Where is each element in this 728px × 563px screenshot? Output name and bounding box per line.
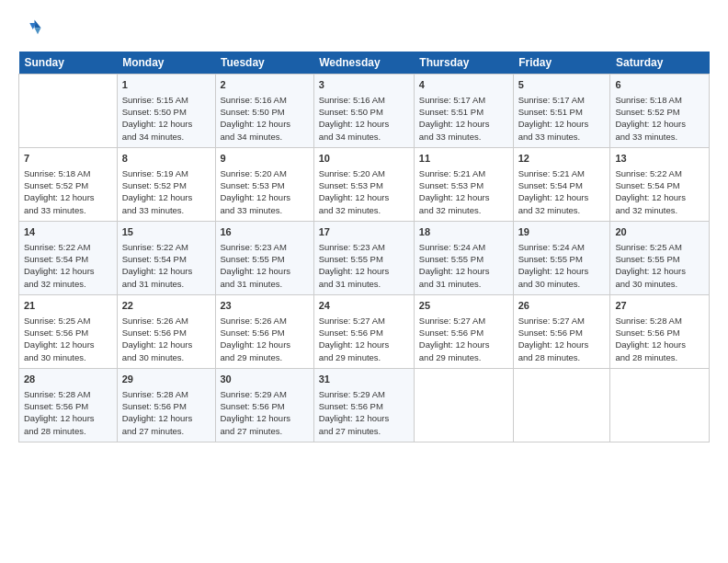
day-info: Sunrise: 5:25 AM Sunset: 5:56 PM Dayligh… (24, 315, 112, 363)
day-info: Sunrise: 5:15 AM Sunset: 5:50 PM Dayligh… (122, 94, 210, 143)
day-info: Sunrise: 5:29 AM Sunset: 5:56 PM Dayligh… (221, 388, 309, 437)
calendar-cell (513, 369, 610, 442)
day-number: 7 (24, 152, 112, 166)
day-info: Sunrise: 5:20 AM Sunset: 5:53 PM Dayligh… (319, 167, 409, 216)
day-number: 26 (518, 299, 606, 313)
day-header-sunday: Sunday (19, 52, 118, 75)
day-info: Sunrise: 5:23 AM Sunset: 5:55 PM Dayligh… (319, 241, 409, 290)
day-info: Sunrise: 5:21 AM Sunset: 5:53 PM Dayligh… (419, 167, 508, 216)
day-number: 6 (615, 78, 704, 92)
day-number: 19 (518, 225, 606, 239)
calendar-cell: 28Sunrise: 5:28 AM Sunset: 5:56 PM Dayli… (19, 369, 118, 442)
calendar-table: SundayMondayTuesdayWednesdayThursdayFrid… (18, 52, 710, 442)
day-info: Sunrise: 5:22 AM Sunset: 5:54 PM Dayligh… (24, 241, 112, 290)
calendar-cell (414, 369, 513, 442)
day-info: Sunrise: 5:24 AM Sunset: 5:55 PM Dayligh… (419, 241, 508, 290)
day-info: Sunrise: 5:24 AM Sunset: 5:55 PM Dayligh… (518, 241, 606, 290)
day-info: Sunrise: 5:17 AM Sunset: 5:51 PM Dayligh… (419, 94, 508, 143)
calendar-cell: 14Sunrise: 5:22 AM Sunset: 5:54 PM Dayli… (19, 222, 118, 295)
day-number: 23 (221, 299, 309, 313)
header (18, 17, 710, 42)
day-info: Sunrise: 5:18 AM Sunset: 5:52 PM Dayligh… (615, 94, 704, 143)
calendar-cell: 23Sunrise: 5:26 AM Sunset: 5:56 PM Dayli… (215, 295, 313, 369)
calendar-cell: 13Sunrise: 5:22 AM Sunset: 5:54 PM Dayli… (610, 148, 710, 222)
day-info: Sunrise: 5:18 AM Sunset: 5:52 PM Dayligh… (24, 167, 112, 216)
calendar-cell: 17Sunrise: 5:23 AM Sunset: 5:55 PM Dayli… (313, 222, 414, 295)
day-number: 15 (122, 225, 210, 239)
day-number: 1 (122, 78, 210, 92)
calendar-cell (19, 75, 118, 148)
day-number: 10 (319, 152, 409, 166)
header-row: SundayMondayTuesdayWednesdayThursdayFrid… (19, 52, 710, 75)
calendar-cell: 4Sunrise: 5:17 AM Sunset: 5:51 PM Daylig… (414, 75, 513, 148)
day-info: Sunrise: 5:16 AM Sunset: 5:50 PM Dayligh… (221, 94, 309, 143)
svg-marker-1 (35, 28, 41, 34)
week-row-3: 14Sunrise: 5:22 AM Sunset: 5:54 PM Dayli… (19, 222, 710, 295)
day-number: 30 (221, 373, 309, 386)
calendar-cell: 21Sunrise: 5:25 AM Sunset: 5:56 PM Dayli… (19, 295, 118, 369)
day-info: Sunrise: 5:23 AM Sunset: 5:55 PM Dayligh… (221, 241, 309, 290)
day-number: 3 (319, 78, 409, 92)
calendar-cell: 22Sunrise: 5:26 AM Sunset: 5:56 PM Dayli… (117, 295, 215, 369)
calendar-cell: 5Sunrise: 5:17 AM Sunset: 5:51 PM Daylig… (513, 75, 610, 148)
day-number: 8 (122, 152, 210, 166)
calendar-cell: 16Sunrise: 5:23 AM Sunset: 5:55 PM Dayli… (215, 222, 313, 295)
day-number: 18 (419, 225, 508, 239)
day-info: Sunrise: 5:22 AM Sunset: 5:54 PM Dayligh… (122, 241, 210, 290)
calendar-cell: 10Sunrise: 5:20 AM Sunset: 5:53 PM Dayli… (313, 148, 414, 222)
calendar-cell (610, 369, 710, 442)
day-header-wednesday: Wednesday (313, 52, 414, 75)
day-number: 2 (221, 78, 309, 92)
calendar-cell: 3Sunrise: 5:16 AM Sunset: 5:50 PM Daylig… (313, 75, 414, 148)
day-info: Sunrise: 5:26 AM Sunset: 5:56 PM Dayligh… (221, 315, 309, 363)
day-header-monday: Monday (117, 52, 215, 75)
calendar-cell: 15Sunrise: 5:22 AM Sunset: 5:54 PM Dayli… (117, 222, 215, 295)
calendar-cell: 11Sunrise: 5:21 AM Sunset: 5:53 PM Dayli… (414, 148, 513, 222)
day-number: 20 (615, 225, 704, 239)
day-number: 11 (419, 152, 508, 166)
week-row-4: 21Sunrise: 5:25 AM Sunset: 5:56 PM Dayli… (19, 295, 710, 369)
day-number: 29 (122, 373, 210, 386)
day-number: 22 (122, 299, 210, 313)
calendar-cell: 29Sunrise: 5:28 AM Sunset: 5:56 PM Dayli… (117, 369, 215, 442)
day-info: Sunrise: 5:19 AM Sunset: 5:52 PM Dayligh… (122, 167, 210, 216)
calendar-cell: 27Sunrise: 5:28 AM Sunset: 5:56 PM Dayli… (610, 295, 710, 369)
day-number: 31 (319, 373, 409, 386)
day-number: 27 (615, 299, 704, 313)
calendar-cell: 12Sunrise: 5:21 AM Sunset: 5:54 PM Dayli… (513, 148, 610, 222)
day-header-friday: Friday (513, 52, 610, 75)
day-info: Sunrise: 5:26 AM Sunset: 5:56 PM Dayligh… (122, 315, 210, 363)
week-row-5: 28Sunrise: 5:28 AM Sunset: 5:56 PM Dayli… (19, 369, 710, 442)
day-info: Sunrise: 5:27 AM Sunset: 5:56 PM Dayligh… (419, 315, 508, 363)
calendar-cell: 9Sunrise: 5:20 AM Sunset: 5:53 PM Daylig… (215, 148, 313, 222)
day-number: 24 (319, 299, 409, 313)
day-info: Sunrise: 5:27 AM Sunset: 5:56 PM Dayligh… (518, 315, 606, 363)
day-number: 21 (24, 299, 112, 313)
day-number: 17 (319, 225, 409, 239)
calendar-cell: 20Sunrise: 5:25 AM Sunset: 5:55 PM Dayli… (610, 222, 710, 295)
day-number: 28 (24, 373, 112, 386)
day-info: Sunrise: 5:29 AM Sunset: 5:56 PM Dayligh… (319, 388, 409, 437)
day-number: 14 (24, 225, 112, 239)
calendar-cell: 24Sunrise: 5:27 AM Sunset: 5:56 PM Dayli… (313, 295, 414, 369)
week-row-1: 1Sunrise: 5:15 AM Sunset: 5:50 PM Daylig… (19, 75, 710, 148)
calendar-cell: 26Sunrise: 5:27 AM Sunset: 5:56 PM Dayli… (513, 295, 610, 369)
calendar-cell: 19Sunrise: 5:24 AM Sunset: 5:55 PM Dayli… (513, 222, 610, 295)
day-info: Sunrise: 5:20 AM Sunset: 5:53 PM Dayligh… (221, 167, 309, 216)
calendar-cell: 6Sunrise: 5:18 AM Sunset: 5:52 PM Daylig… (610, 75, 710, 148)
calendar-cell: 25Sunrise: 5:27 AM Sunset: 5:56 PM Dayli… (414, 295, 513, 369)
day-number: 4 (419, 78, 508, 92)
day-number: 9 (221, 152, 309, 166)
calendar-cell: 8Sunrise: 5:19 AM Sunset: 5:52 PM Daylig… (117, 148, 215, 222)
day-info: Sunrise: 5:16 AM Sunset: 5:50 PM Dayligh… (319, 94, 409, 143)
day-number: 13 (615, 152, 704, 166)
page: SundayMondayTuesdayWednesdayThursdayFrid… (0, 0, 728, 452)
logo-icon (18, 17, 44, 42)
day-info: Sunrise: 5:17 AM Sunset: 5:51 PM Dayligh… (518, 94, 606, 143)
calendar-cell: 1Sunrise: 5:15 AM Sunset: 5:50 PM Daylig… (117, 75, 215, 148)
day-info: Sunrise: 5:28 AM Sunset: 5:56 PM Dayligh… (24, 388, 112, 437)
day-header-tuesday: Tuesday (215, 52, 313, 75)
day-info: Sunrise: 5:22 AM Sunset: 5:54 PM Dayligh… (615, 167, 704, 216)
calendar-cell: 31Sunrise: 5:29 AM Sunset: 5:56 PM Dayli… (313, 369, 414, 442)
day-info: Sunrise: 5:27 AM Sunset: 5:56 PM Dayligh… (319, 315, 409, 363)
